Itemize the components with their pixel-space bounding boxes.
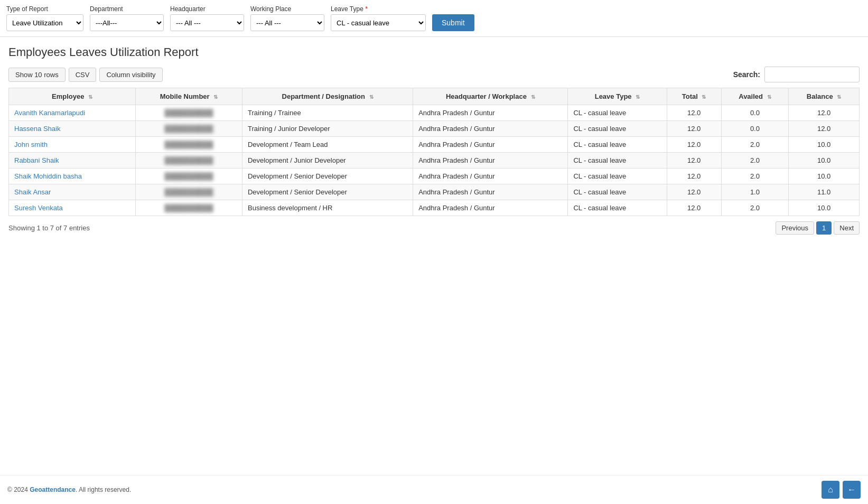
cell-mobile: ██████████	[136, 105, 242, 121]
table-row: Suresh Venkata ██████████ Business devel…	[9, 200, 860, 216]
cell-employee[interactable]: Shaik Mohiddin basha	[9, 169, 136, 184]
employee-link[interactable]: Suresh Venkata	[14, 204, 63, 212]
cell-availed: 2.0	[721, 200, 788, 216]
col-balance[interactable]: Balance ⇅	[789, 88, 860, 105]
cell-hq: Andhra Pradesh / Guntur	[413, 200, 568, 216]
employee-link[interactable]: John smith	[14, 141, 48, 148]
previous-page-button[interactable]: Previous	[776, 221, 814, 235]
cell-employee[interactable]: Avanith Kanamarlapudi	[9, 105, 136, 121]
pagination-controls: Previous 1 Next	[776, 221, 860, 235]
col-availed[interactable]: Availed ⇅	[721, 88, 788, 105]
col-total[interactable]: Total ⇅	[667, 88, 721, 105]
table-row: Hassena Shaik ██████████ Training / Juni…	[9, 121, 860, 137]
employee-link[interactable]: Shaik Mohiddin basha	[14, 172, 82, 180]
search-area: Search:	[733, 67, 860, 82]
type-of-report-group: Type of Report Leave Utilization Leave B…	[6, 5, 83, 31]
cell-hq: Andhra Pradesh / Guntur	[413, 137, 568, 153]
cell-hq: Andhra Pradesh / Guntur	[413, 153, 568, 169]
department-select[interactable]: ---All---	[90, 14, 164, 31]
leave-type-label: Leave Type *	[331, 5, 426, 13]
type-of-report-label: Type of Report	[6, 5, 83, 13]
cell-availed: 2.0	[721, 153, 788, 169]
col-mobile[interactable]: Mobile Number ⇅	[136, 88, 242, 105]
csv-button[interactable]: CSV	[69, 68, 97, 82]
cell-total: 12.0	[667, 121, 721, 137]
cell-total: 12.0	[667, 137, 721, 153]
search-label: Search:	[733, 70, 760, 79]
cell-total: 12.0	[667, 105, 721, 121]
cell-mobile: ██████████	[136, 121, 242, 137]
cell-availed: 2.0	[721, 137, 788, 153]
cell-hq: Andhra Pradesh / Guntur	[413, 105, 568, 121]
employee-link[interactable]: Avanith Kanamarlapudi	[14, 109, 85, 117]
cell-dept: Development / Senior Developer	[242, 169, 413, 184]
employee-link[interactable]: Shaik Ansar	[14, 188, 51, 196]
cell-dept: Development / Team Lead	[242, 137, 413, 153]
cell-leave-type: CL - casual leave	[568, 169, 667, 184]
next-page-button[interactable]: Next	[834, 221, 860, 235]
cell-mobile: ██████████	[136, 200, 242, 216]
show-rows-button[interactable]: Show 10 rows	[8, 68, 66, 82]
main-content: Employees Leaves Utilization Report Show…	[0, 37, 868, 243]
current-page-button[interactable]: 1	[816, 221, 832, 235]
table-row: Shaik Mohiddin basha ██████████ Developm…	[9, 169, 860, 184]
cell-availed: 1.0	[721, 184, 788, 200]
working-place-group: Working Place --- All ---	[250, 5, 324, 31]
report-title: Employees Leaves Utilization Report	[8, 45, 860, 59]
type-of-report-select[interactable]: Leave Utilization Leave Balance Leave Su…	[6, 14, 83, 31]
pagination-info: Showing 1 to 7 of 7 entries	[8, 224, 90, 232]
cell-hq: Andhra Pradesh / Guntur	[413, 169, 568, 184]
cell-total: 12.0	[667, 169, 721, 184]
cell-employee[interactable]: Shaik Ansar	[9, 184, 136, 200]
cell-employee[interactable]: Rabbani Shaik	[9, 153, 136, 169]
table-controls: Show 10 rows CSV Column visibility Searc…	[8, 67, 860, 82]
department-label: Department	[90, 5, 164, 13]
working-place-label: Working Place	[250, 5, 324, 13]
col-leave-type[interactable]: Leave Type ⇅	[568, 88, 667, 105]
employee-link[interactable]: Rabbani Shaik	[14, 156, 59, 164]
cell-leave-type: CL - casual leave	[568, 137, 667, 153]
column-visibility-button[interactable]: Column visibility	[99, 68, 162, 82]
working-place-select[interactable]: --- All ---	[250, 14, 324, 31]
cell-leave-type: CL - casual leave	[568, 200, 667, 216]
cell-employee[interactable]: Suresh Venkata	[9, 200, 136, 216]
cell-hq: Andhra Pradesh / Guntur	[413, 184, 568, 200]
table-row: Shaik Ansar ██████████ Development / Sen…	[9, 184, 860, 200]
cell-dept: Development / Junior Developer	[242, 153, 413, 169]
headquarter-select[interactable]: --- All ---	[170, 14, 244, 31]
col-hq[interactable]: Headquarter / Workplace ⇅	[413, 88, 568, 105]
cell-dept: Training / Junior Developer	[242, 121, 413, 137]
cell-mobile: ██████████	[136, 137, 242, 153]
leave-type-select[interactable]: CL - casual leave SL - sick leave PL - p…	[331, 14, 426, 31]
table-header: Employee ⇅ Mobile Number ⇅ Department / …	[9, 88, 860, 105]
cell-balance: 10.0	[789, 200, 860, 216]
cell-balance: 12.0	[789, 121, 860, 137]
col-employee[interactable]: Employee ⇅	[9, 88, 136, 105]
leave-type-group: Leave Type * CL - casual leave SL - sick…	[331, 5, 426, 31]
submit-button[interactable]: Submit	[432, 14, 474, 31]
cell-total: 12.0	[667, 153, 721, 169]
headquarter-group: Headquarter --- All ---	[170, 5, 244, 31]
cell-employee[interactable]: Hassena Shaik	[9, 121, 136, 137]
cell-availed: 2.0	[721, 169, 788, 184]
table-row: Avanith Kanamarlapudi ██████████ Trainin…	[9, 105, 860, 121]
cell-total: 12.0	[667, 184, 721, 200]
cell-mobile: ██████████	[136, 153, 242, 169]
data-table: Employee ⇅ Mobile Number ⇅ Department / …	[8, 88, 860, 216]
department-group: Department ---All---	[90, 5, 164, 31]
cell-balance: 11.0	[789, 184, 860, 200]
cell-availed: 0.0	[721, 121, 788, 137]
filter-bar: Type of Report Leave Utilization Leave B…	[0, 0, 868, 37]
cell-leave-type: CL - casual leave	[568, 184, 667, 200]
col-dept[interactable]: Department / Designation ⇅	[242, 88, 413, 105]
cell-balance: 12.0	[789, 105, 860, 121]
table-row: John smith ██████████ Development / Team…	[9, 137, 860, 153]
pagination-bar: Showing 1 to 7 of 7 entries Previous 1 N…	[8, 221, 860, 235]
search-input[interactable]	[764, 67, 860, 82]
cell-leave-type: CL - casual leave	[568, 105, 667, 121]
employee-link[interactable]: Hassena Shaik	[14, 125, 60, 133]
cell-dept: Training / Trainee	[242, 105, 413, 121]
cell-mobile: ██████████	[136, 184, 242, 200]
table-body: Avanith Kanamarlapudi ██████████ Trainin…	[9, 105, 860, 216]
cell-employee[interactable]: John smith	[9, 137, 136, 153]
